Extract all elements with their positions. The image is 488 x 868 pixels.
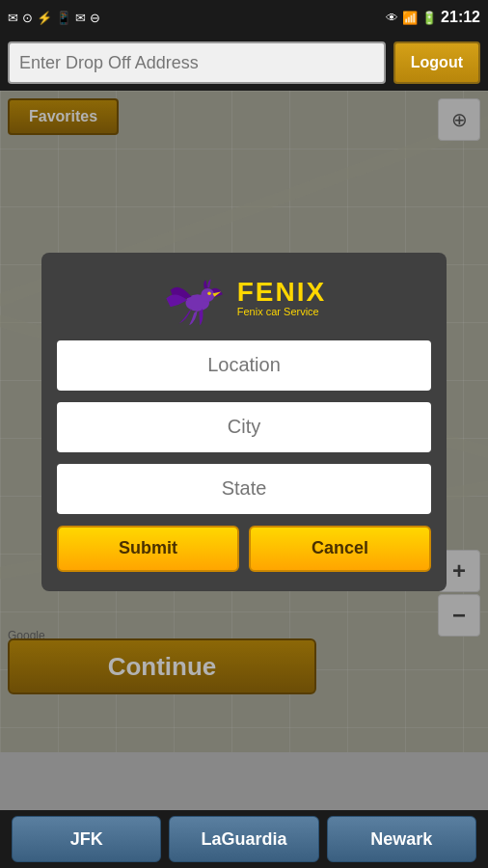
logo-text: FENIX Fenix car Service <box>237 279 326 317</box>
modal-overlay: FENIX Fenix car Service Submit Cancel <box>0 91 488 752</box>
laguardia-button[interactable]: LaGuardia <box>169 816 318 862</box>
status-bar: ✉ ⊙ ⚡ 📱 ✉ ⊖ 👁 📶 🔋 21:12 <box>0 0 488 35</box>
logo-fenix-text: FENIX <box>237 279 326 306</box>
usb-icon: ⚡ <box>37 11 52 25</box>
signal-icon: 📶 <box>402 11 418 25</box>
newark-button[interactable]: Newark <box>327 816 476 862</box>
cancel-button[interactable]: Cancel <box>249 526 431 572</box>
status-icons-right: 👁 📶 🔋 21:12 <box>386 9 480 26</box>
address-input[interactable] <box>8 41 386 84</box>
eye-icon: 👁 <box>386 11 398 25</box>
modal-logo: FENIX Fenix car Service <box>162 272 326 325</box>
header-bar: Logout <box>0 35 488 91</box>
jfk-button[interactable]: JFK <box>12 816 161 862</box>
modal-buttons: Submit Cancel <box>57 526 431 572</box>
bird-logo-icon <box>162 272 230 325</box>
battery-icon: 🔋 <box>421 11 437 25</box>
modal-dialog: FENIX Fenix car Service Submit Cancel <box>41 253 447 591</box>
submit-button[interactable]: Submit <box>57 526 239 572</box>
location-input[interactable] <box>57 340 431 391</box>
minus-icon: ⊖ <box>90 11 100 25</box>
clock: 21:12 <box>441 9 480 26</box>
logo-sub-text: Fenix car Service <box>237 306 326 317</box>
svg-point-1 <box>201 288 214 302</box>
whatsapp-icon: 📱 <box>56 11 71 25</box>
map-area: Favorites ⊕ <box>0 91 488 752</box>
bottom-bar: JFK LaGuardia Newark <box>0 810 488 868</box>
email-icon: ✉ <box>8 11 18 25</box>
city-input[interactable] <box>57 402 431 452</box>
svg-point-2 <box>207 291 211 295</box>
gps-icon: ⊙ <box>22 11 33 25</box>
state-input[interactable] <box>57 464 431 514</box>
logout-button[interactable]: Logout <box>393 41 480 84</box>
message-icon: ✉ <box>75 11 86 25</box>
status-icons-left: ✉ ⊙ ⚡ 📱 ✉ ⊖ <box>8 11 100 25</box>
